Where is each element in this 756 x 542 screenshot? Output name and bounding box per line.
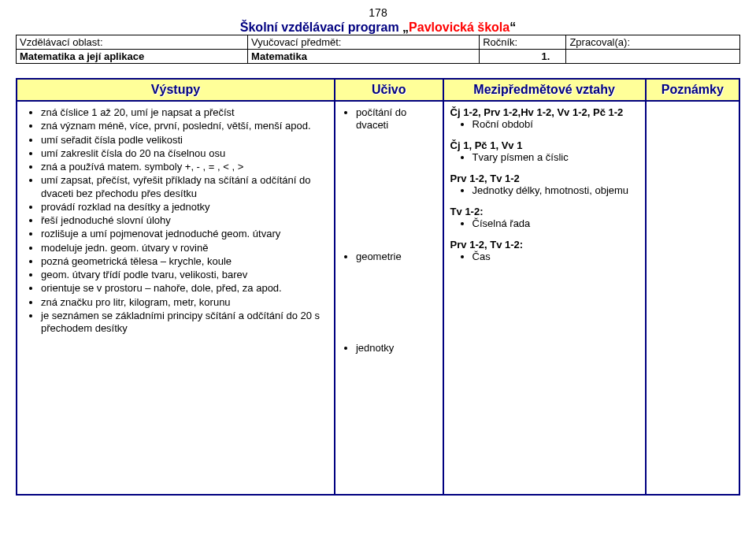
hdr-area-label: Vzdělávací oblast: [17, 35, 248, 50]
ucivo-item: jednotky [356, 342, 436, 355]
vystupy-item: umí seřadit čísla podle velikosti [41, 134, 328, 147]
col-vystupy: Výstupy [17, 79, 335, 101]
relation-item: Číselná řada [472, 217, 639, 229]
page-number: 178 [16, 6, 740, 19]
doc-title: Školní vzdělávací program „Pavlovická šk… [16, 20, 740, 35]
vystupy-item: zná význam méně, více, první, poslední, … [41, 120, 328, 132]
vystupy-item: zná a používá matem. symboly +, - , = , … [41, 161, 328, 173]
vystupy-item: geom. útvary třídí podle tvaru, velikost… [41, 269, 328, 281]
relation-item: Jednotky délky, hmotnosti, objemu [472, 184, 639, 196]
vystupy-cell: zná číslice 1 až 20, umí je napsat a pře… [17, 101, 335, 495]
title-school: Pavlovická škola [409, 20, 510, 34]
hdr-author-value [566, 50, 740, 64]
ucivo-item: počítání do dvaceti [356, 106, 436, 132]
poznamky-cell [646, 101, 739, 495]
vystupy-item: rozlišuje a umí pojmenovat jednoduché ge… [41, 228, 328, 240]
relation-item: Čas [472, 251, 639, 262]
relation-head: Prv 1-2, Tv 1-2 [450, 173, 639, 184]
ucivo-cell: počítání do dvacetigeometriejednotky [335, 101, 443, 495]
relation-head: Prv 1-2, Tv 1-2: [450, 239, 639, 251]
vystupy-item: modeluje jedn. geom. útvary v rovině [41, 242, 328, 254]
vystupy-item: provádí rozklad na desítky a jednotky [41, 201, 328, 213]
vystupy-item: orientuje se v prostoru – nahoře, dole, … [41, 282, 328, 295]
hdr-year-value: 1. [480, 50, 566, 64]
curriculum-table: Výstupy Učivo Mezipředmětové vztahy Pozn… [16, 78, 740, 496]
hdr-author-label: Zpracoval(a): [566, 35, 740, 50]
relation-head: Čj 1-2, Prv 1-2,Hv 1-2, Vv 1-2, Pč 1-2 [450, 106, 639, 118]
vystupy-item: pozná geometrická tělesa – krychle, koul… [41, 255, 328, 268]
relation-block: Čj 1, Pč 1, Vv 1Tvary písmen a číslic [450, 139, 639, 163]
vystupy-item: umí zapsat, přečíst, vyřešit příklady na… [41, 174, 328, 200]
col-ucivo: Učivo [335, 79, 443, 101]
relation-block: Čj 1-2, Prv 1-2,Hv 1-2, Vv 1-2, Pč 1-2Ro… [450, 106, 639, 130]
vystupy-item: umí zakreslit čísla do 20 na číselnou os… [41, 147, 328, 160]
vystupy-item: řeší jednoduché slovní úlohy [41, 214, 328, 227]
ucivo-item: geometrie [356, 251, 436, 263]
col-vztahy: Mezipředmětové vztahy [443, 79, 646, 101]
title-program: Školní vzdělávací program [240, 20, 399, 34]
relation-head: Tv 1-2: [450, 206, 639, 217]
vystupy-item: zná číslice 1 až 20, umí je napsat a pře… [41, 106, 328, 119]
relation-block: Tv 1-2:Číselná řada [450, 206, 639, 229]
vystupy-item: zná značku pro litr, kilogram, metr, kor… [41, 296, 328, 309]
header-table: Vzdělávací oblast: Vyučovací předmět: Ro… [16, 35, 740, 64]
relation-item: Roční období [472, 118, 639, 130]
hdr-subject-label: Vyučovací předmět: [248, 35, 480, 50]
vztahy-cell: Čj 1-2, Prv 1-2,Hv 1-2, Vv 1-2, Pč 1-2Ro… [443, 101, 646, 495]
col-poznamky: Poznámky [646, 79, 739, 101]
hdr-subject-value: Matematika [248, 50, 480, 64]
relation-head: Čj 1, Pč 1, Vv 1 [450, 139, 639, 151]
relation-block: Prv 1-2, Tv 1-2Jednotky délky, hmotnosti… [450, 173, 639, 196]
hdr-area-value: Matematika a její aplikace [17, 50, 248, 64]
relation-block: Prv 1-2, Tv 1-2:Čas [450, 239, 639, 262]
vystupy-item: je seznámen se základními principy sčítá… [41, 310, 328, 336]
relation-item: Tvary písmen a číslic [472, 151, 639, 163]
hdr-year-label: Ročník: [480, 35, 566, 50]
